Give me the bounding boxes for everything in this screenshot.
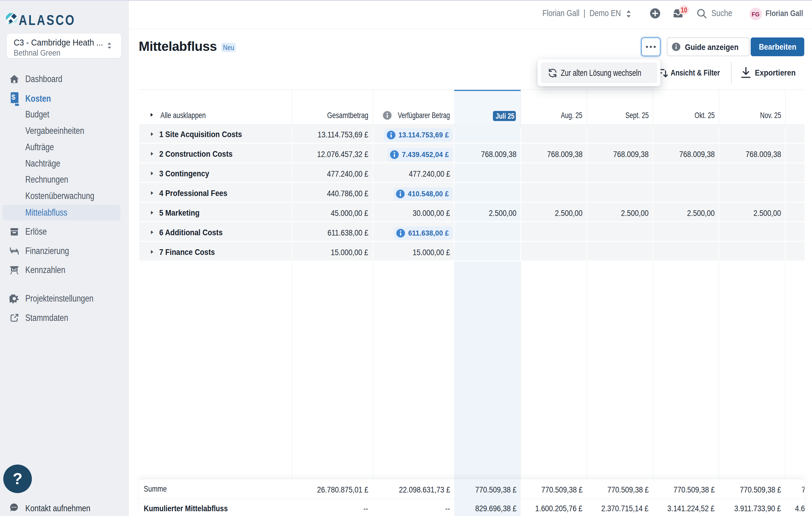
svg-text:$: $ — [11, 93, 16, 101]
